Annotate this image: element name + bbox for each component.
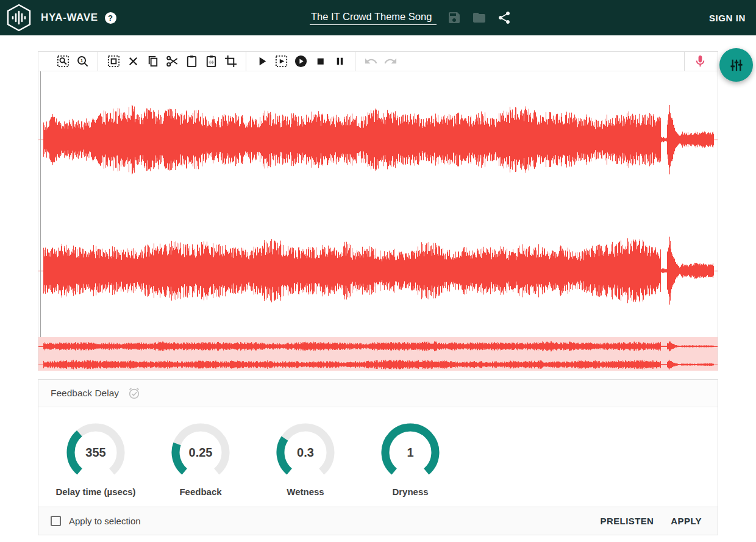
prelisten-button[interactable]: PRELISTEN [597, 511, 658, 531]
app-logo[interactable] [5, 3, 32, 32]
knob-dial[interactable]: 355 [66, 423, 125, 482]
undo-icon [362, 53, 380, 70]
alarm-check-icon[interactable] [127, 387, 141, 400]
knob-value: 1 [381, 423, 440, 482]
share-icon[interactable] [497, 10, 512, 25]
knob-delay-time-secs: 355 Delay time (µsecs) [47, 423, 144, 507]
zoom-reset-icon[interactable]: 1 [73, 53, 91, 70]
knob-dial[interactable]: 0.25 [171, 423, 230, 482]
microphone-icon[interactable] [691, 53, 709, 70]
crop-icon[interactable] [221, 53, 240, 70]
zoom-selection-icon[interactable] [54, 53, 72, 70]
toolbar-divider [98, 52, 98, 71]
effect-panel: Feedback Delay 355 Delay time (µsecs) 0.… [38, 379, 718, 535]
toolbar-divider [355, 52, 355, 71]
knob-value: 0.3 [276, 423, 335, 482]
play-looped-icon[interactable] [291, 53, 310, 70]
knob-feedback: 0.25 Feedback [152, 423, 249, 507]
stop-icon[interactable] [311, 53, 329, 70]
cut-icon[interactable] [163, 53, 181, 70]
redo-icon [381, 53, 399, 70]
playhead-cursor[interactable] [40, 71, 41, 337]
pause-icon[interactable] [330, 53, 349, 70]
apply-to-selection-label: Apply to selection [69, 516, 141, 526]
hexagon-waveform-logo [5, 3, 32, 32]
help-icon[interactable]: ? [105, 12, 116, 24]
clear-selection-icon[interactable] [124, 53, 142, 70]
save-icon[interactable] [447, 10, 462, 25]
waveform-overview[interactable] [38, 337, 718, 371]
paste-mix-icon[interactable] [202, 53, 220, 70]
effect-footer: Apply to selection PRELISTEN APPLY [38, 507, 718, 535]
apply-to-selection-checkbox[interactable] [51, 516, 61, 526]
knob-dial[interactable]: 0.3 [276, 423, 335, 482]
paste-icon[interactable] [182, 53, 201, 70]
svg-text:1: 1 [80, 59, 83, 63]
brand-name: HYA-WAVE [41, 12, 98, 24]
knob-label: Feedback [179, 487, 221, 497]
app-header: HYA-WAVE ? SIGN IN [0, 0, 756, 35]
play-icon[interactable] [252, 53, 271, 70]
knob-value: 0.25 [171, 423, 230, 482]
knob-label: Delay time (µsecs) [55, 487, 135, 497]
toolbar-divider [684, 52, 685, 71]
editor-toolbar: 1 [38, 52, 718, 71]
copy-icon[interactable] [143, 53, 162, 70]
track-title-input[interactable] [310, 11, 437, 25]
waveform-display[interactable] [38, 71, 718, 337]
effects-fab-button[interactable] [719, 48, 753, 82]
knob-label: Dryness [392, 487, 428, 497]
sign-in-button[interactable]: SIGN IN [709, 0, 746, 35]
waveform-canvas[interactable] [38, 71, 718, 337]
tune-sliders-icon [729, 57, 744, 73]
apply-button[interactable]: APPLY [667, 511, 705, 531]
open-folder-icon[interactable] [472, 10, 487, 25]
overview-canvas[interactable] [38, 337, 718, 371]
knob-value: 355 [66, 423, 125, 482]
select-all-icon[interactable] [104, 53, 123, 70]
toolbar-divider [246, 52, 246, 71]
knob-dryness: 1 Dryness [362, 423, 459, 507]
knob-label: Wetness [287, 487, 324, 497]
effect-title: Feedback Delay [51, 388, 119, 399]
knob-row: 355 Delay time (µsecs) 0.25 Feedback 0.3… [38, 407, 718, 507]
play-selection-icon[interactable] [272, 53, 290, 70]
knob-wetness: 0.3 Wetness [257, 423, 354, 507]
knob-dial[interactable]: 1 [381, 423, 440, 482]
wave-editor-panel: 1 [38, 51, 718, 371]
effect-header: Feedback Delay [38, 380, 718, 407]
